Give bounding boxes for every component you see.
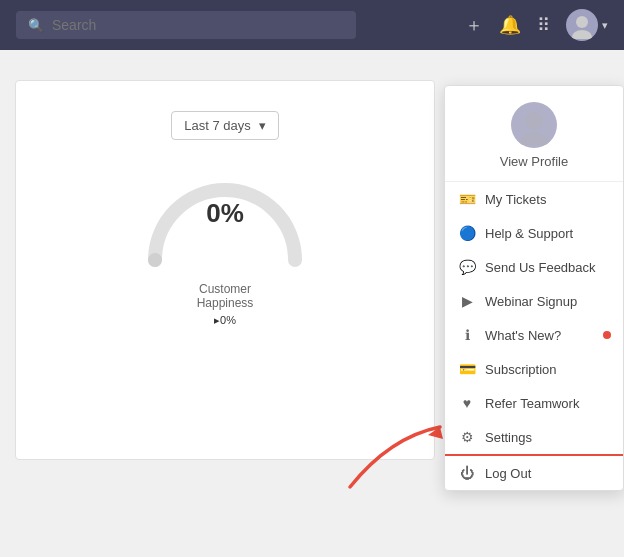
whats-new-label: What's New? <box>485 328 609 343</box>
my-tickets-label: My Tickets <box>485 192 609 207</box>
menu-item-help-support[interactable]: 🔵Help & Support <box>445 216 623 250</box>
menu-item-webinar-signup[interactable]: ▶Webinar Signup <box>445 284 623 318</box>
arrow-annotation <box>340 417 460 497</box>
log-out-icon: ⏻ <box>459 465 475 481</box>
happiness-label: Customer Happiness <box>197 282 254 310</box>
refer-teamwork-label: Refer Teamwork <box>485 396 609 411</box>
webinar-signup-icon: ▶ <box>459 293 475 309</box>
subscription-label: Subscription <box>485 362 609 377</box>
my-tickets-icon: 🎫 <box>459 191 475 207</box>
notification-icon[interactable]: 🔔 <box>499 14 521 36</box>
happiness-card: Last 7 days ▾ 0% Customer Happiness ▸0% <box>15 80 435 460</box>
log-out-label: Log Out <box>485 466 609 481</box>
dropdown-arrow-icon: ▾ <box>259 118 266 133</box>
add-icon[interactable]: ＋ <box>465 13 483 37</box>
send-feedback-icon: 💬 <box>459 259 475 275</box>
menu-item-subscription[interactable]: 💳Subscription <box>445 352 623 386</box>
gauge-sub-value: ▸0% <box>214 314 236 327</box>
menu-item-log-out[interactable]: ⏻Log Out <box>445 456 623 490</box>
date-filter-dropdown[interactable]: Last 7 days ▾ <box>171 111 279 140</box>
search-input[interactable] <box>52 17 344 33</box>
whats-new-icon: ℹ <box>459 327 475 343</box>
search-icon: 🔍 <box>28 18 44 33</box>
svg-point-2 <box>525 112 543 130</box>
red-arrow-icon <box>340 417 460 497</box>
menu-items-list: 🎫My Tickets🔵Help & Support💬Send Us Feedb… <box>445 182 623 490</box>
refer-teamwork-icon: ♥ <box>459 395 475 411</box>
gauge-percent-value: 0% <box>206 198 244 229</box>
nav-icons: ＋ 🔔 ⠿ ▾ <box>465 9 608 41</box>
avatar <box>566 9 598 41</box>
help-support-label: Help & Support <box>485 226 609 241</box>
top-navigation: 🔍 ＋ 🔔 ⠿ ▾ <box>0 0 624 50</box>
help-support-icon: 🔵 <box>459 225 475 241</box>
svg-point-0 <box>576 16 588 28</box>
menu-item-refer-teamwork[interactable]: ♥Refer Teamwork <box>445 386 623 420</box>
subscription-icon: 💳 <box>459 361 475 377</box>
avatar-menu-trigger[interactable]: ▾ <box>566 9 608 41</box>
happiness-gauge: 0% <box>135 160 315 270</box>
menu-item-my-tickets[interactable]: 🎫My Tickets <box>445 182 623 216</box>
search-bar[interactable]: 🔍 <box>16 11 356 39</box>
view-profile-label: View Profile <box>500 154 568 169</box>
date-filter-label: Last 7 days <box>184 118 251 133</box>
svg-point-1 <box>572 30 592 39</box>
settings-label: Settings <box>485 430 609 445</box>
grid-icon[interactable]: ⠿ <box>537 14 550 36</box>
gauge-text: 0% <box>206 198 244 229</box>
send-feedback-label: Send Us Feedback <box>485 260 609 275</box>
menu-item-whats-new[interactable]: ℹWhat's New? <box>445 318 623 352</box>
menu-avatar <box>511 102 557 148</box>
svg-point-3 <box>519 133 549 145</box>
menu-profile-section[interactable]: View Profile <box>445 86 623 182</box>
settings-icon: ⚙ <box>459 429 475 445</box>
menu-item-settings[interactable]: ⚙Settings <box>445 420 623 456</box>
dropdown-panel: View Profile 🎫My Tickets🔵Help & Support💬… <box>444 85 624 491</box>
menu-item-send-feedback[interactable]: 💬Send Us Feedback <box>445 250 623 284</box>
chevron-down-icon: ▾ <box>602 19 608 32</box>
whats-new-dot <box>603 331 611 339</box>
webinar-signup-label: Webinar Signup <box>485 294 609 309</box>
